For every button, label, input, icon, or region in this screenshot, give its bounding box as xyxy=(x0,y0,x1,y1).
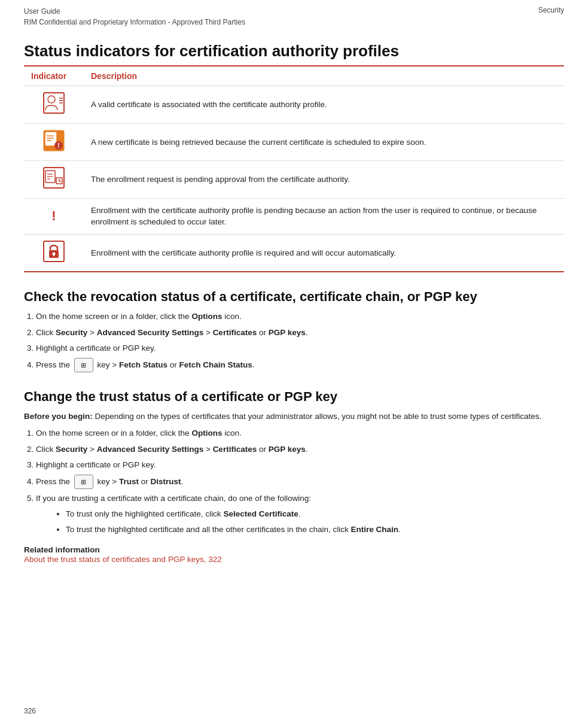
table-row: ! A new certificate is being retrieved b… xyxy=(24,123,564,161)
icon-cell xyxy=(24,161,84,199)
step-bold: Advanced Security Settings xyxy=(97,445,204,454)
related-info-link[interactable]: About the trust status of certificates a… xyxy=(24,555,222,564)
list-item: To trust only the highlighted certificat… xyxy=(66,508,564,520)
list-item: Highlight a certificate or PGP key. xyxy=(36,342,564,354)
step-bold: Certificates xyxy=(213,328,257,337)
step-text: If you are trusting a certificate with a… xyxy=(36,494,311,503)
bullet-text: To trust only the highlighted certificat… xyxy=(66,509,300,518)
step-bold: Fetch Status xyxy=(119,360,167,369)
step-text: Click Security > Advanced Security Setti… xyxy=(36,445,308,454)
menu-key-icon: ⊞ xyxy=(74,475,93,489)
step-bold: PGP keys xyxy=(269,328,306,337)
before-begin-content: Depending on the types of certificates t… xyxy=(95,412,542,421)
bullet-list: To trust only the highlighted certificat… xyxy=(66,508,564,536)
header-right: Security xyxy=(538,6,564,14)
list-item: Highlight a certificate or PGP key. xyxy=(36,459,564,471)
svg-rect-22 xyxy=(53,254,54,256)
step-text: On the home screen or in a folder, click… xyxy=(36,429,242,438)
step-bold: Advanced Security Settings xyxy=(97,328,204,337)
step-bold: Fetch Chain Status xyxy=(179,360,252,369)
table-row: Enrollment with the certificate authorit… xyxy=(24,234,564,272)
bullet-text: To trust the highlighted certificate and… xyxy=(66,525,401,534)
exclamation-icon: ! xyxy=(51,208,56,223)
svg-rect-6 xyxy=(45,132,56,145)
list-item: Click Security > Advanced Security Setti… xyxy=(36,444,564,455)
before-begin-text: Before you begin: Depending on the types… xyxy=(24,411,564,423)
table-cell-desc3: The enrollment request is pending approv… xyxy=(84,161,564,199)
related-info-title: Related information xyxy=(24,545,564,554)
related-info: Related information About the trust stat… xyxy=(24,545,564,564)
indicator-table: Indicator Description A valid certi xyxy=(24,65,564,272)
section3-title: Change the trust status of a certificate… xyxy=(24,389,564,405)
step-bold: Security xyxy=(56,328,87,337)
step-bold: Options xyxy=(191,429,222,438)
icon-cell xyxy=(24,86,84,124)
table-cell-desc2: A new certificate is being retrieved bec… xyxy=(84,123,564,161)
icon-cell: ! xyxy=(24,198,84,234)
table-row: ! Enrollment with the certificate author… xyxy=(24,198,564,234)
icon-cell: ! xyxy=(24,123,84,161)
step-text: On the home screen or in a folder, click… xyxy=(36,312,242,321)
step-bold: PGP keys xyxy=(269,445,306,454)
list-item: Click Security > Advanced Security Setti… xyxy=(36,327,564,339)
orange-cert-icon: ! xyxy=(43,130,65,151)
header-left: User Guide RIM Confidential and Propriet… xyxy=(24,6,245,28)
header-confidential: RIM Confidential and Proprietary Informa… xyxy=(24,17,245,28)
lock-icon xyxy=(43,241,65,262)
step-bold: Certificates xyxy=(213,445,257,454)
section2-title: Check the revocation status of a certifi… xyxy=(24,289,564,305)
table-cell-desc4: Enrollment with the certificate authorit… xyxy=(84,198,564,234)
table-col-description: Description xyxy=(84,66,564,86)
icon-cell xyxy=(24,234,84,272)
person-cert-icon xyxy=(43,92,65,114)
step-text: Press the ⊞ key > Trust or Distrust. xyxy=(36,477,183,486)
table-row: A valid certificate is associated with t… xyxy=(24,86,564,124)
step-bold: Distrust xyxy=(150,477,181,486)
page-header: User Guide RIM Confidential and Propriet… xyxy=(24,6,564,28)
step-bold: Security xyxy=(56,445,87,454)
step-bold: Options xyxy=(191,312,222,321)
table-cell-desc1: A valid certificate is associated with t… xyxy=(84,86,564,124)
table-cell-desc5: Enrollment with the certificate authorit… xyxy=(84,234,564,272)
step-bold: Selected Certificate xyxy=(223,509,298,518)
svg-point-1 xyxy=(48,96,55,103)
list-item: Press the ⊞ key > Trust or Distrust. xyxy=(36,475,564,489)
table-col-indicator: Indicator xyxy=(24,66,84,86)
step-text: Press the ⊞ key > Fetch Status or Fetch … xyxy=(36,360,255,369)
step-text: Highlight a certificate or PGP key. xyxy=(36,344,156,353)
list-item: On the home screen or in a folder, click… xyxy=(36,427,564,439)
step-text: Click Security > Advanced Security Setti… xyxy=(36,328,308,337)
section2-steps: On the home screen or in a folder, click… xyxy=(36,311,564,372)
section3-steps: On the home screen or in a folder, click… xyxy=(36,427,564,536)
list-item: On the home screen or in a folder, click… xyxy=(36,311,564,323)
step-bold: Trust xyxy=(119,477,139,486)
menu-key-icon: ⊞ xyxy=(74,358,93,372)
list-item: If you are trusting a certificate with a… xyxy=(36,493,564,536)
step-text: Highlight a certificate or PGP key. xyxy=(36,460,156,469)
step-bold: Entire Chain xyxy=(351,525,399,534)
table-row: The enrollment request is pending approv… xyxy=(24,161,564,199)
page-number: 326 xyxy=(24,707,36,715)
header-guide-title: User Guide xyxy=(24,6,245,17)
svg-text:!: ! xyxy=(57,142,60,149)
list-item: Press the ⊞ key > Fetch Status or Fetch … xyxy=(36,358,564,372)
clock-cert-icon xyxy=(43,167,65,189)
list-item: To trust the highlighted certificate and… xyxy=(66,524,564,536)
before-begin-label: Before you begin: xyxy=(24,412,93,421)
page-wrapper: User Guide RIM Confidential and Propriet… xyxy=(0,0,588,726)
section1-title: Status indicators for certification auth… xyxy=(24,42,564,60)
